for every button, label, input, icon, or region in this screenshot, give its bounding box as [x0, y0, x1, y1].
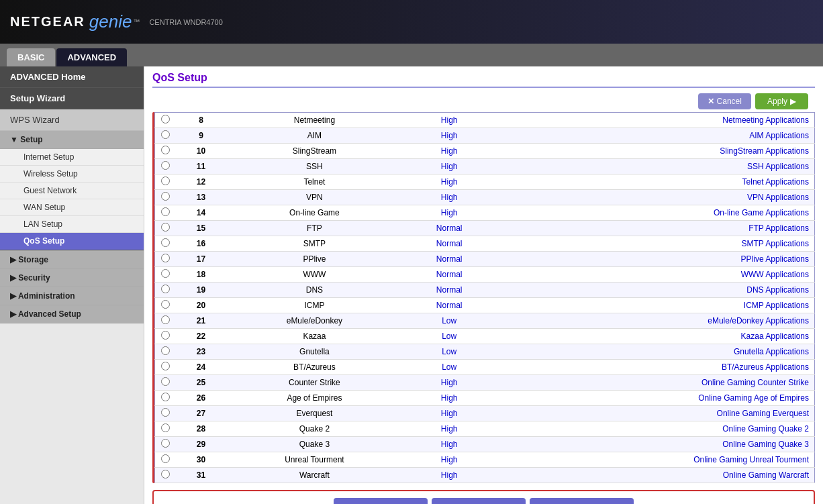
- row-radio-cell[interactable]: [155, 221, 177, 236]
- logo-netgear: NETGEAR: [10, 14, 85, 30]
- sidebar-item-guest-network[interactable]: Guest Network: [0, 183, 144, 199]
- row-name: BT/Azureus: [226, 360, 403, 375]
- sidebar-section-administration[interactable]: ▶ Administration: [0, 287, 144, 305]
- row-desc: PPlive Applications: [495, 252, 814, 267]
- row-radio-cell[interactable]: [155, 298, 177, 313]
- row-radio-cell[interactable]: [155, 128, 177, 144]
- row-radio-cell[interactable]: [155, 236, 177, 252]
- row-radio-cell[interactable]: [155, 452, 177, 468]
- row-radio-input[interactable]: [161, 207, 170, 216]
- row-radio-input[interactable]: [161, 285, 170, 293]
- row-desc: Netmeeting Applications: [495, 113, 814, 128]
- row-radio-input[interactable]: [161, 238, 170, 247]
- row-radio-cell[interactable]: [155, 113, 177, 128]
- row-radio-cell[interactable]: [155, 375, 177, 391]
- row-radio-cell[interactable]: [155, 437, 177, 452]
- row-radio-cell[interactable]: [155, 159, 177, 174]
- row-radio-input[interactable]: [161, 315, 170, 324]
- sidebar-item-advanced-home[interactable]: ADVANCED Home: [0, 66, 144, 88]
- sidebar-section-advanced-setup[interactable]: ▶ Advanced Setup: [0, 305, 144, 323]
- sidebar-item-wps-wizard[interactable]: WPS Wizard: [0, 109, 144, 131]
- delete-button[interactable]: ✕ Delete: [432, 498, 526, 504]
- row-radio-input[interactable]: [161, 470, 170, 478]
- row-name: Netmeeting: [226, 113, 403, 128]
- row-radio-input[interactable]: [161, 454, 170, 463]
- row-priority: High: [403, 159, 495, 174]
- row-priority: High: [403, 174, 495, 190]
- row-radio-cell[interactable]: [155, 267, 177, 283]
- row-priority: Normal: [403, 298, 495, 313]
- row-radio-input[interactable]: [161, 192, 170, 201]
- row-radio-cell[interactable]: [155, 344, 177, 360]
- row-radio-cell[interactable]: [155, 329, 177, 344]
- row-radio-input[interactable]: [161, 439, 170, 448]
- row-desc: Online Gaming Age of Empires: [495, 391, 814, 406]
- row-radio-cell[interactable]: [155, 174, 177, 190]
- row-radio-input[interactable]: [161, 254, 170, 262]
- sidebar-item-qos-setup[interactable]: QoS Setup: [0, 233, 144, 250]
- row-radio-input[interactable]: [161, 177, 170, 185]
- sidebar-section-setup[interactable]: ▼ Setup: [0, 131, 144, 149]
- row-radio-cell[interactable]: [155, 190, 177, 205]
- row-radio-input[interactable]: [161, 331, 170, 340]
- delete-all-button[interactable]: ✕ Delete All: [530, 498, 634, 504]
- row-radio-cell[interactable]: [155, 360, 177, 375]
- tab-basic[interactable]: BASIC: [7, 48, 55, 66]
- row-radio-cell[interactable]: [155, 468, 177, 483]
- sidebar-item-wan-setup[interactable]: WAN Setup: [0, 199, 144, 216]
- table-row: 24 BT/Azureus Low BT/Azureus Application…: [155, 360, 815, 375]
- sidebar-item-setup-wizard[interactable]: Setup Wizard: [0, 88, 144, 109]
- cancel-button[interactable]: ✕ Cancel: [698, 93, 751, 109]
- apply-arrow-icon: ▶: [790, 97, 796, 106]
- row-num: 15: [177, 221, 226, 236]
- qos-table: 8 Netmeeting High Netmeeting Application…: [154, 112, 815, 483]
- row-radio-input[interactable]: [161, 408, 170, 417]
- sidebar-item-lan-setup[interactable]: LAN Setup: [0, 216, 144, 233]
- row-num: 12: [177, 174, 226, 190]
- row-radio-input[interactable]: [161, 161, 170, 170]
- row-radio-cell[interactable]: [155, 144, 177, 159]
- row-radio-input[interactable]: [161, 223, 170, 232]
- row-desc: On-line Game Applications: [495, 205, 814, 221]
- row-name: Quake 3: [226, 437, 403, 452]
- row-priority: High: [403, 421, 495, 437]
- row-radio-input[interactable]: [161, 146, 170, 154]
- sidebar-section-storage[interactable]: ▶ Storage: [0, 250, 144, 269]
- row-radio-cell[interactable]: [155, 283, 177, 298]
- row-radio-cell[interactable]: [155, 421, 177, 437]
- row-radio-cell[interactable]: [155, 313, 177, 329]
- row-radio-input[interactable]: [161, 115, 170, 123]
- row-radio-input[interactable]: [161, 300, 170, 309]
- row-radio-cell[interactable]: [155, 252, 177, 267]
- row-radio-input[interactable]: [161, 269, 170, 278]
- row-radio-input[interactable]: [161, 393, 170, 401]
- row-name: VPN: [226, 190, 403, 205]
- sidebar-item-internet-setup[interactable]: Internet Setup: [0, 149, 144, 166]
- row-priority: Normal: [403, 283, 495, 298]
- row-priority: Low: [403, 329, 495, 344]
- row-radio-input[interactable]: [161, 346, 170, 355]
- row-radio-input[interactable]: [161, 362, 170, 370]
- header: NETGEAR genie ™ CENTRIA WNDR4700: [0, 0, 823, 44]
- row-priority: Low: [403, 344, 495, 360]
- sidebar-item-wireless-setup[interactable]: Wireless Setup: [0, 166, 144, 183]
- row-radio-cell[interactable]: [155, 205, 177, 221]
- apply-button[interactable]: Apply ▶: [755, 93, 808, 109]
- row-num: 26: [177, 391, 226, 406]
- sidebar: ADVANCED Home Setup Wizard WPS Wizard ▼ …: [0, 66, 144, 504]
- row-name: Everquest: [226, 406, 403, 421]
- table-row: 19 DNS Normal DNS Applications: [155, 283, 815, 298]
- row-radio-input[interactable]: [161, 377, 170, 386]
- row-radio-input[interactable]: [161, 130, 170, 139]
- row-radio-cell[interactable]: [155, 391, 177, 406]
- row-desc: FTP Applications: [495, 221, 814, 236]
- tab-advanced[interactable]: ADVANCED: [56, 48, 127, 66]
- row-radio-input[interactable]: [161, 423, 170, 432]
- row-desc: Online Gaming Everquest: [495, 406, 814, 421]
- table-row: 18 WWW Normal WWW Applications: [155, 267, 815, 283]
- logo-genie: genie: [89, 11, 132, 32]
- row-radio-cell[interactable]: [155, 406, 177, 421]
- sidebar-section-security[interactable]: ▶ Security: [0, 269, 144, 287]
- edit-button[interactable]: ✏ Edit: [334, 498, 428, 504]
- row-num: 21: [177, 313, 226, 329]
